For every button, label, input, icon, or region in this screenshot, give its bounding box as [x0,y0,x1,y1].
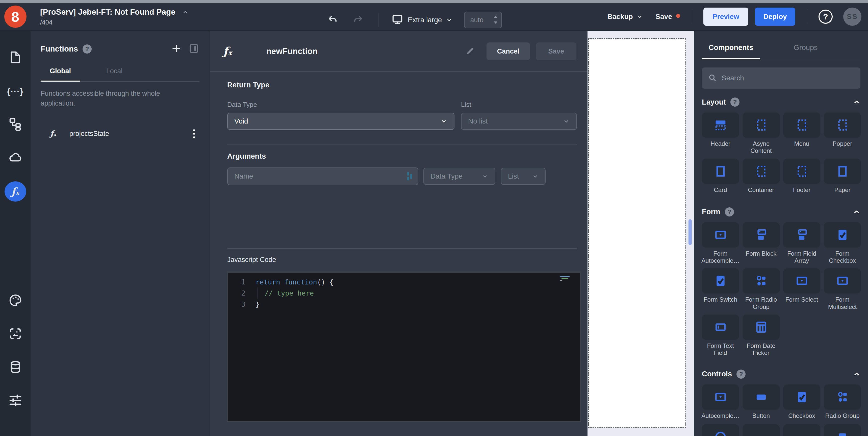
component-form-block[interactable]: Form Block [743,222,780,264]
nav-item-theme[interactable] [4,291,26,311]
canvas-scrollbar-thumb[interactable] [688,219,692,245]
component-label: Autocomple… [701,412,740,420]
nav-item-functions[interactable]: ƒx [4,181,26,202]
components-tab-groups[interactable]: Groups [777,39,835,59]
component-radio-group[interactable]: Radio Group [824,384,861,420]
component-button[interactable]: Button [743,384,780,420]
top-bar-actions: Backup Save Preview Deploy ? SS [607,7,862,26]
component-label: Form Text Field [702,342,739,357]
stepper-up-icon[interactable] [493,14,498,19]
component-header[interactable]: Header [702,112,739,154]
component-tile[interactable] [702,425,739,436]
save-function-button[interactable]: Save [536,42,577,60]
nav-item-cloud[interactable] [4,148,26,168]
dashed-box-icon [783,112,820,138]
save-label: Save [656,12,672,21]
component-checkbox[interactable]: Checkbox [783,384,820,420]
search-icon [708,73,716,83]
argument-list-select[interactable]: List [501,168,546,185]
help-icon[interactable]: ? [818,9,833,24]
cancel-button[interactable]: Cancel [487,42,530,60]
component-form-select[interactable]: Form Select [783,268,820,311]
functions-tab-local[interactable]: Local [95,63,134,82]
undo-icon[interactable] [327,14,338,26]
components-tab-components[interactable]: Components [702,39,760,59]
preview-button[interactable]: Preview [703,7,748,26]
component-label: Form Select [785,296,818,304]
collapse-panel-icon[interactable] [188,42,199,56]
data-type-select[interactable]: Void [227,113,455,130]
chevron-down-icon [532,173,538,180]
component-container[interactable]: Container [743,158,780,195]
component-menu[interactable]: Menu [783,112,820,154]
component-popper[interactable]: Popper [824,112,861,154]
dashed-box-icon [783,158,820,184]
none-icon [743,425,780,436]
component-form-radio-group[interactable]: Form Radio Group [743,268,780,311]
nav-item-structure[interactable] [4,115,26,135]
list-select[interactable]: No list [461,113,577,130]
component-label: Radio Group [825,412,860,420]
design-canvas[interactable] [588,31,694,436]
component-form-date-picker[interactable]: Form Date Picker [743,315,780,357]
functions-help-icon[interactable]: ? [83,45,92,54]
function-editor-header: ƒx newFunction Cancel Save [210,31,588,72]
argument-name-input[interactable] [227,168,418,185]
section-help-icon[interactable]: ? [731,97,740,107]
kebab-menu-icon[interactable] [191,127,197,140]
save-action[interactable]: Save [656,12,680,21]
component-form-switch[interactable]: Form Switch [702,268,739,311]
function-item-projectsstate[interactable]: ƒxprojectsState [41,123,199,144]
redo-icon[interactable] [353,14,364,26]
breakpoint-select[interactable]: Extra large [392,13,453,26]
component-form-multiselect[interactable]: Form Multiselect [824,268,861,311]
components-section-form: Form?Form Autocomple…Form BlockForm Fiel… [702,205,861,361]
component-autocomple[interactable]: Autocomple… [702,384,739,420]
section-help-icon[interactable]: ? [737,370,746,379]
component-search[interactable] [702,67,861,89]
nav-item-data[interactable] [4,358,26,377]
functions-tab-global[interactable]: Global [41,63,80,82]
component-label: Form Radio Group [743,296,780,311]
nav-item-pages[interactable] [4,48,26,68]
code-editor[interactable]: 1return function() {2// type here3} [227,271,581,422]
section-help-icon[interactable]: ? [725,207,734,216]
add-function-icon[interactable] [171,43,182,55]
component-form-checkbox[interactable]: Form Checkbox [824,222,861,264]
avatar[interactable]: SS [843,7,862,26]
chevron-up-icon[interactable] [853,98,861,106]
page-preview[interactable] [588,38,686,428]
component-tile[interactable] [824,425,861,436]
nav-item-assets[interactable] [4,324,26,344]
nav-item-settings[interactable] [4,391,26,411]
chevron-up-icon[interactable] [853,208,861,216]
stepper-down-icon[interactable] [493,21,498,25]
app-logo[interactable]: 8 [4,5,27,28]
function-name: newFunction [266,47,318,56]
functions-panel: Functions ? GlobalLocal Functions access… [31,31,210,436]
edit-name-icon[interactable] [465,46,474,56]
functions-tabs: GlobalLocal [41,63,199,82]
component-tile[interactable] [743,425,780,436]
deploy-button[interactable]: Deploy [755,7,795,26]
component-footer[interactable]: Footer [783,158,820,195]
argument-data-type-select[interactable]: Data Type [424,168,495,185]
nav-item-requests[interactable]: {···} [4,81,26,101]
component-label: Header [710,140,731,148]
component-card[interactable]: Card [702,158,739,195]
component-form-text-field[interactable]: Form Text Field [702,315,739,357]
chevron-up-icon[interactable] [853,370,861,378]
section-title: Form [702,208,720,216]
component-form-autocomple[interactable]: Form Autocomple… [702,222,739,264]
canvas-width-stepper[interactable]: auto [464,11,502,28]
backup-label: Backup [607,12,633,21]
component-paper[interactable]: Paper [824,158,861,195]
search-input[interactable] [721,74,855,82]
page-title-collapse-icon[interactable] [182,9,189,16]
component-form-field-array[interactable]: Form Field Array [783,222,820,264]
component-async-content[interactable]: Async Content [743,112,780,154]
page-title-block: [ProServ] Jebel-FT: Not Found Page /404 [40,7,189,26]
backup-menu[interactable]: Backup [607,12,643,21]
component-tile[interactable] [783,425,820,436]
functions-panel-title: Functions [41,45,78,54]
